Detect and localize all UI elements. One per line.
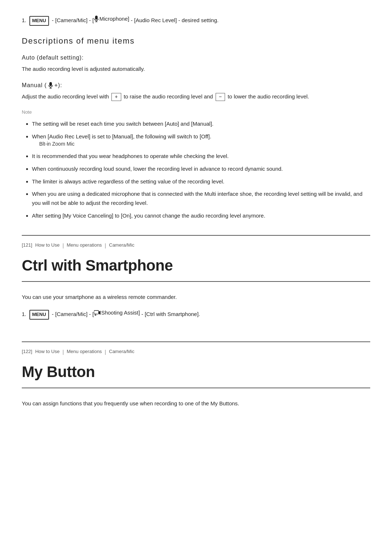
note-item-2: When [Audio Rec Level] is set to [Manual… xyxy=(32,132,370,148)
note-item-4: When continuously recording loud sound, … xyxy=(32,165,370,174)
divider-121-inner xyxy=(22,281,370,282)
breadcrumb-122-2: Menu operations xyxy=(67,348,102,356)
section-122-body: You can assign functions that you freque… xyxy=(22,399,370,408)
note-item-7: After setting [My Voice Canceling] to [O… xyxy=(32,211,370,220)
page-title-122: My Button xyxy=(22,360,370,384)
svg-rect-3 xyxy=(49,82,52,86)
menu-key-top: MENU xyxy=(29,16,49,26)
breadcrumb-121: [121] How to Use | Menu operations | Cam… xyxy=(22,242,370,250)
note-label: Note xyxy=(22,109,370,116)
top-step-text: - [Camera/Mic] - [Microphone] - [Audio R… xyxy=(52,15,219,25)
top-step: 1. MENU - [Camera/Mic] - [Microphone] - … xyxy=(22,15,370,26)
menu-key-121: MENU xyxy=(29,310,49,320)
breadcrumb-122: [122] How to Use | Menu operations | Cam… xyxy=(22,348,370,356)
note-item-1: The setting will be reset each time you … xyxy=(32,119,370,129)
descriptions-heading: Descriptions of menu items xyxy=(22,35,370,47)
blt-in-zoom-mic: Blt-in Zoom Mic xyxy=(39,140,370,148)
divider-121 xyxy=(22,235,370,236)
manual-adjust-text: Adjust the audio recording level with + … xyxy=(22,92,370,101)
page-num-122: [122] xyxy=(22,348,32,356)
note-item-6: When you are using a dedicated microphon… xyxy=(32,190,370,208)
divider-122-inner xyxy=(22,388,370,388)
breadcrumb-sep-122-1: | xyxy=(62,348,64,356)
page-title-121: Ctrl with Smartphone xyxy=(22,253,370,278)
section-122: [122] How to Use | Menu operations | Cam… xyxy=(22,348,370,408)
note-list: The setting will be reset each time you … xyxy=(22,119,370,220)
auto-text: The audio recording level is adjusted au… xyxy=(22,65,370,74)
step-121-text: - [Camera/Mic] - [Shooting Assist] - [Ct… xyxy=(52,308,200,319)
svg-rect-8 xyxy=(94,314,96,315)
svg-marker-7 xyxy=(98,311,100,315)
breadcrumb-122-1: How to Use xyxy=(35,348,60,356)
plus-button-box: + xyxy=(111,93,121,101)
breadcrumb-sep-121-1: | xyxy=(62,242,64,250)
section-121: [121] How to Use | Menu operations | Cam… xyxy=(22,242,370,320)
step-121: 1. MENU - [Camera/Mic] - [Shooting Assis… xyxy=(22,308,370,320)
note-item-3: It is recommended that you wear headphon… xyxy=(32,152,370,161)
auto-heading: Auto (default setting): xyxy=(22,53,370,62)
breadcrumb-121-2: Menu operations xyxy=(67,242,102,249)
svg-rect-0 xyxy=(95,16,98,20)
breadcrumb-122-3: Camera/Mic xyxy=(109,348,134,356)
breadcrumb-121-1: How to Use xyxy=(35,242,60,249)
page-num-121: [121] xyxy=(22,242,32,249)
top-step-number: 1. xyxy=(22,16,26,25)
svg-rect-6 xyxy=(94,311,99,314)
step-121-number: 1. xyxy=(22,310,26,319)
breadcrumb-sep-121-2: | xyxy=(105,242,106,250)
manual-heading: Manual (+): xyxy=(22,81,370,90)
minus-button-box: − xyxy=(216,93,225,101)
section-121-body: You can use your smartphone as a wireles… xyxy=(22,293,370,302)
note-item-5: The limiter is always active regardless … xyxy=(32,177,370,186)
divider-122 xyxy=(22,341,370,342)
breadcrumb-121-3: Camera/Mic xyxy=(109,242,134,249)
breadcrumb-sep-122-2: | xyxy=(105,348,106,356)
descriptions-section: Descriptions of menu items Auto (default… xyxy=(22,35,370,220)
